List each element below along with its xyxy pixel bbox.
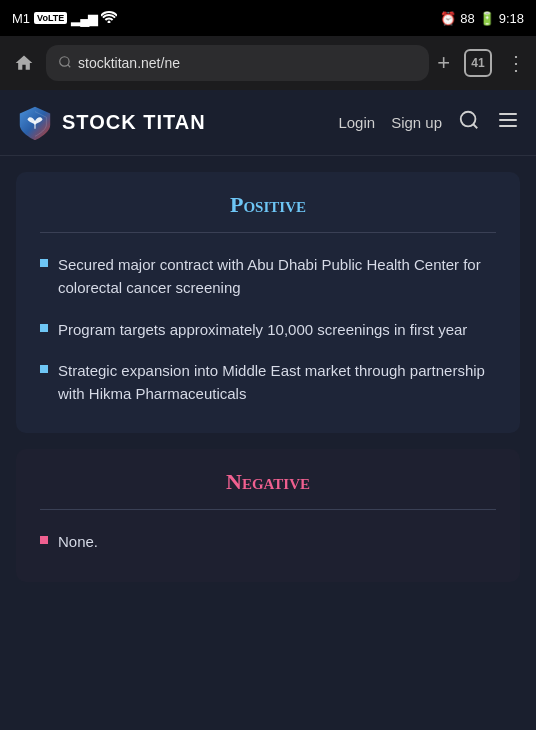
site-nav: Login Sign up	[338, 108, 520, 137]
positive-section-title: Positive	[40, 192, 496, 218]
bullet-text: Secured major contract with Abu Dhabi Pu…	[58, 253, 496, 300]
logo-text: STOCK TITAN	[62, 111, 206, 134]
logo-icon	[16, 104, 54, 142]
address-text: stocktitan.net/ne	[78, 55, 180, 71]
bullet-text: None.	[58, 530, 98, 553]
status-left: M1 VoLTE ▂▄▆	[12, 11, 117, 26]
bullet-icon	[40, 324, 48, 332]
menu-icon[interactable]	[496, 108, 520, 137]
search-icon[interactable]	[458, 109, 480, 136]
browser-bar: stocktitan.net/ne + 41 ⋮	[0, 36, 536, 90]
address-bar[interactable]: stocktitan.net/ne	[46, 45, 429, 81]
time-display: 9:18	[499, 11, 524, 26]
positive-bullet-list: Secured major contract with Abu Dhabi Pu…	[40, 253, 496, 405]
svg-rect-4	[499, 113, 517, 115]
volte-badge: VoLTE	[34, 12, 67, 24]
positive-section: Positive Secured major contract with Abu…	[16, 172, 520, 433]
main-content: Positive Secured major contract with Abu…	[0, 156, 536, 730]
site-header: STOCK TITAN Login Sign up	[0, 90, 536, 156]
negative-divider	[40, 509, 496, 510]
battery-icon: 🔋	[479, 11, 495, 26]
bullet-icon	[40, 259, 48, 267]
battery-level: 88	[460, 11, 474, 26]
negative-section-title: Negative	[40, 469, 496, 495]
signal-icon: ▂▄▆	[71, 11, 97, 26]
negative-bullet-list: None.	[40, 530, 496, 553]
address-icon	[58, 55, 72, 72]
tab-count-button[interactable]: 41	[464, 49, 492, 77]
svg-line-1	[68, 64, 71, 67]
status-right: ⏰ 88 🔋 9:18	[440, 11, 524, 26]
browser-actions: + 41 ⋮	[437, 49, 526, 77]
site-logo[interactable]: STOCK TITAN	[16, 104, 338, 142]
svg-rect-5	[499, 119, 517, 121]
login-link[interactable]: Login	[338, 114, 375, 131]
carrier-label: M1	[12, 11, 30, 26]
alarm-icon: ⏰	[440, 11, 456, 26]
negative-section: Negative None.	[16, 449, 520, 581]
svg-rect-6	[499, 125, 517, 127]
bullet-icon	[40, 536, 48, 544]
signup-link[interactable]: Sign up	[391, 114, 442, 131]
bullet-text: Strategic expansion into Middle East mar…	[58, 359, 496, 406]
svg-point-2	[461, 112, 476, 127]
status-bar: M1 VoLTE ▂▄▆ ⏰ 88 🔋 9:18	[0, 0, 536, 36]
home-button[interactable]	[10, 49, 38, 77]
list-item: Program targets approximately 10,000 scr…	[40, 318, 496, 341]
list-item: Secured major contract with Abu Dhabi Pu…	[40, 253, 496, 300]
wifi-icon	[101, 11, 117, 26]
bullet-icon	[40, 365, 48, 373]
bullet-text: Program targets approximately 10,000 scr…	[58, 318, 467, 341]
new-tab-button[interactable]: +	[437, 50, 450, 76]
list-item: Strategic expansion into Middle East mar…	[40, 359, 496, 406]
more-options-button[interactable]: ⋮	[506, 51, 526, 75]
positive-divider	[40, 232, 496, 233]
svg-point-0	[60, 56, 69, 65]
svg-line-3	[473, 124, 477, 128]
list-item: None.	[40, 530, 496, 553]
